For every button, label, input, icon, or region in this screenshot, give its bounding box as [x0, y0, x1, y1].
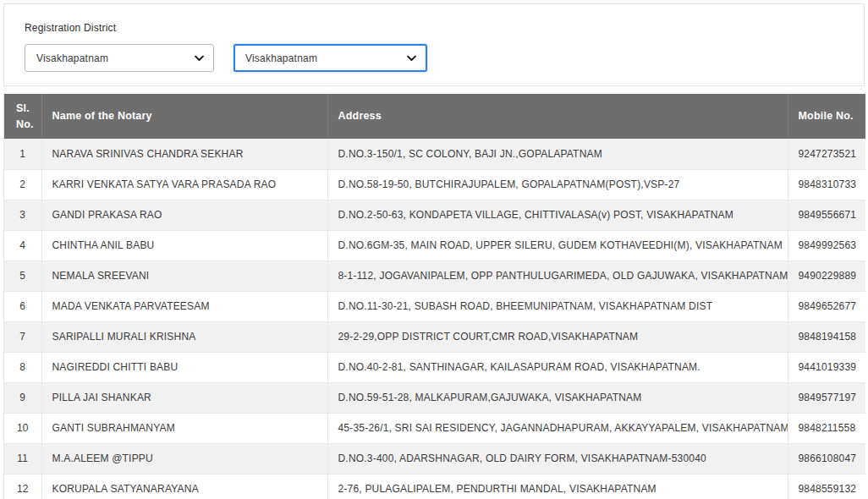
cell-address: D.NO.59-51-28, MALKAPURAM,GAJUWAKA, VISA…	[327, 382, 788, 413]
table-row: 12 KORUPALA SATYANARAYANA 2-76, PULAGALI…	[4, 474, 865, 499]
notary-table: Sl. No. Name of the Notary Address Mobil…	[4, 94, 865, 499]
cell-mobile-no: 9849652677	[788, 291, 865, 321]
sub-district-select-value: Visakhapatnam	[245, 52, 317, 64]
cell-notary-name: NAGIREDDI CHITTI BABU	[41, 352, 327, 382]
cell-mobile-no: 9848559132	[788, 474, 865, 499]
cell-address: D.NO.2-50-63, KONDAPETA VILLAGE, CHITTIV…	[327, 200, 788, 230]
table-row: 4 CHINTHA ANIL BABU D.NO.6GM-35, MAIN RO…	[4, 230, 865, 260]
cell-notary-name: M.A.ALEEM @TIPPU	[41, 443, 327, 474]
cell-address: D.NO.3-150/1, SC COLONY, BAJI JN.,GOPALA…	[327, 139, 788, 169]
cell-mobile-no: 9849556671	[788, 200, 865, 230]
cell-sl-no: 8	[4, 352, 41, 382]
cell-mobile-no: 9866108047	[788, 443, 865, 474]
registration-district-label: Registration District	[25, 22, 843, 34]
cell-mobile-no: 9849577197	[788, 382, 865, 413]
cell-notary-name: PILLA JAI SHANKAR	[41, 382, 327, 413]
table-row: 9 PILLA JAI SHANKAR D.NO.59-51-28, MALKA…	[4, 382, 865, 413]
header-mobile-no: Mobile No.	[788, 94, 865, 139]
header-sl-no: Sl. No.	[4, 94, 41, 139]
table-row: 10 GANTI SUBRAHMANYAM 45-35-26/1, SRI SA…	[4, 413, 865, 443]
chevron-down-icon	[407, 55, 416, 61]
cell-address: 29-2-29,OPP DISTRICT COURT,CMR ROAD,VISA…	[327, 321, 788, 352]
cell-notary-name: MADA VENKATA PARVATEESAM	[41, 291, 327, 321]
cell-sl-no: 11	[4, 443, 41, 474]
cell-sl-no: 4	[4, 230, 41, 260]
cell-sl-no: 2	[4, 169, 41, 200]
cell-mobile-no: 9848194158	[788, 321, 865, 352]
notary-table-container: Sl. No. Name of the Notary Address Mobil…	[3, 94, 865, 499]
header-address: Address	[327, 94, 788, 139]
table-header-row: Sl. No. Name of the Notary Address Mobil…	[4, 94, 865, 139]
cell-sl-no: 10	[4, 413, 41, 443]
cell-address: 8-1-112, JOGAVANIPALEM, OPP PANTHULUGARI…	[327, 260, 788, 291]
cell-notary-name: KARRI VENKATA SATYA VARA PRASADA RAO	[41, 169, 327, 200]
cell-mobile-no: 9441019339	[788, 352, 865, 382]
cell-sl-no: 3	[4, 200, 41, 230]
cell-sl-no: 1	[4, 139, 41, 169]
cell-mobile-no: 9848211558	[788, 413, 865, 443]
table-row: 5 NEMALA SREEVANI 8-1-112, JOGAVANIPALEM…	[4, 260, 865, 291]
cell-address: D.NO.40-2-81, SANTHINAGAR, KAILASAPURAM …	[327, 352, 788, 382]
chevron-down-icon	[195, 55, 204, 61]
cell-address: D.NO.6GM-35, MAIN ROAD, UPPER SILERU, GU…	[327, 230, 788, 260]
cell-notary-name: CHINTHA ANIL BABU	[41, 230, 327, 260]
notary-table-body: 1 NARAVA SRINIVAS CHANDRA SEKHAR D.NO.3-…	[4, 139, 865, 499]
table-row: 6 MADA VENKATA PARVATEESAM D.NO.11-30-21…	[4, 291, 865, 321]
table-row: 2 KARRI VENKATA SATYA VARA PRASADA RAO D…	[4, 169, 865, 200]
cell-sl-no: 6	[4, 291, 41, 321]
cell-address: D.NO.3-400, ADARSHNAGAR, OLD DAIRY FORM,…	[327, 443, 788, 474]
cell-notary-name: GANDI PRAKASA RAO	[41, 200, 327, 230]
cell-sl-no: 9	[4, 382, 41, 413]
cell-address: 2-76, PULAGALIPALEM, PENDURTHI MANDAL, V…	[327, 474, 788, 499]
cell-mobile-no: 9247273521	[788, 139, 865, 169]
cell-address: 45-35-26/1, SRI SAI RESIDENCY, JAGANNADH…	[327, 413, 788, 443]
cell-mobile-no: 9849992563	[788, 230, 865, 260]
header-notary-name: Name of the Notary	[41, 94, 327, 139]
cell-sl-no: 7	[4, 321, 41, 352]
cell-notary-name: NEMALA SREEVANI	[41, 260, 327, 291]
table-row: 11 M.A.ALEEM @TIPPU D.NO.3-400, ADARSHNA…	[4, 443, 865, 474]
registration-district-select[interactable]: Visakhapatnam	[25, 44, 214, 72]
cell-notary-name: SARIPALLI MURALI KRISHNA	[41, 321, 327, 352]
table-row: 1 NARAVA SRINIVAS CHANDRA SEKHAR D.NO.3-…	[4, 139, 865, 169]
district-selects-row: Visakhapatnam Visakhapatnam	[25, 44, 843, 72]
registration-district-panel: Registration District Visakhapatnam Visa…	[3, 3, 865, 86]
cell-notary-name: GANTI SUBRAHMANYAM	[41, 413, 327, 443]
cell-notary-name: NARAVA SRINIVAS CHANDRA SEKHAR	[41, 139, 327, 169]
sub-district-select[interactable]: Visakhapatnam	[233, 44, 427, 72]
table-row: 3 GANDI PRAKASA RAO D.NO.2-50-63, KONDAP…	[4, 200, 865, 230]
cell-sl-no: 12	[4, 474, 41, 499]
table-row: 7 SARIPALLI MURALI KRISHNA 29-2-29,OPP D…	[4, 321, 865, 352]
registration-district-select-value: Visakhapatnam	[36, 52, 108, 64]
cell-mobile-no: 9490229889	[788, 260, 865, 291]
cell-address: D.NO.58-19-50, BUTCHIRAJUPALEM, GOPALAPA…	[327, 169, 788, 200]
cell-address: D.NO.11-30-21, SUBASH ROAD, BHEEMUNIPATN…	[327, 291, 788, 321]
cell-sl-no: 5	[4, 260, 41, 291]
cell-mobile-no: 9848310733	[788, 169, 865, 200]
cell-notary-name: KORUPALA SATYANARAYANA	[41, 474, 327, 499]
table-row: 8 NAGIREDDI CHITTI BABU D.NO.40-2-81, SA…	[4, 352, 865, 382]
